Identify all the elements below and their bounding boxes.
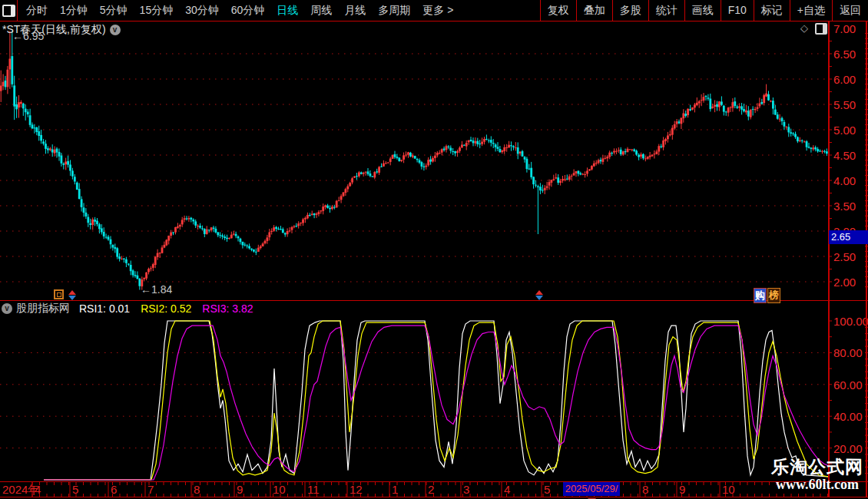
tools-menu-item[interactable]: 复权 — [540, 0, 576, 21]
period-menu-item[interactable]: 日线 — [270, 0, 304, 21]
rsi-indicator-chart[interactable] — [0, 301, 828, 481]
chevron-down-icon[interactable]: v — [110, 25, 121, 35]
period-menu-item[interactable]: 多周期 — [372, 0, 416, 21]
price-axis-label: 4.00 — [833, 174, 856, 187]
indicator-header: v 股朋指标网 RSI1: 0.01RSI2: 0.52RSI3: 3.82 — [2, 302, 263, 316]
rsi-axis-label: 20.00 — [833, 441, 863, 454]
price-axis-label: 2.50 — [833, 250, 856, 263]
axis-outer-border — [866, 21, 867, 497]
low-price-annotation: ←1.84 — [141, 283, 172, 296]
split-pane-icon[interactable] — [815, 23, 827, 35]
period-menu-item[interactable]: 月线 — [338, 0, 372, 21]
price-axis: 7.006.506.005.505.004.504.003.503.002.50… — [828, 21, 868, 481]
rsi-axis-label: 100.00 — [833, 315, 868, 328]
rank-list-badge[interactable]: 购 榜 — [754, 288, 780, 303]
month-label: 1 — [392, 483, 398, 496]
tools-menu-item[interactable]: 返回 — [832, 0, 868, 21]
indicator-name: 股朋指标网 — [16, 302, 70, 316]
split-pane-icon — [2, 5, 15, 17]
period-menu-item[interactable]: 1分钟 — [54, 0, 94, 21]
rank-badge-char2: 榜 — [767, 288, 780, 303]
indicator-value: RSI3: 3.82 — [202, 302, 253, 315]
price-axis-label: 5.00 — [833, 124, 856, 137]
tools-menu-item[interactable]: +自选 — [790, 0, 832, 21]
month-label: 5 — [72, 483, 78, 496]
chart-corner-icons: ◇ — [800, 22, 827, 35]
price-axis-label: 6.50 — [833, 48, 856, 61]
diamond-icon[interactable]: ◇ — [800, 22, 808, 35]
period-menu-item[interactable]: 周线 — [304, 0, 338, 21]
rsi-axis-label: 60.00 — [833, 378, 863, 391]
period-menu-item[interactable]: 分时 — [20, 0, 54, 21]
period-menu-item[interactable]: 60分钟 — [225, 0, 271, 21]
watermark-url: www.60lt.com — [767, 477, 868, 492]
tools-menu-item[interactable]: 标记 — [754, 0, 790, 21]
trading-app-window: 分时1分钟5分钟15分钟30分钟60分钟日线周线月线多周期更多 > 复权叠加多股… — [0, 0, 868, 499]
candlestick-chart[interactable] — [0, 21, 828, 300]
watermark: 乐淘公式网 www.60lt.com — [767, 457, 868, 492]
nested-square-icon[interactable] — [54, 289, 64, 299]
tools-menu-item[interactable]: F10 — [721, 0, 754, 21]
watermark-site-name: 乐淘公式网 — [767, 457, 868, 477]
price-axis-label: 5.50 — [833, 98, 856, 111]
price-axis-label: 7.00 — [833, 22, 856, 35]
indicator-values: RSI1: 0.01RSI2: 0.52RSI3: 3.82 — [79, 302, 263, 315]
month-label: 3 — [463, 483, 469, 496]
indicator-value: RSI2: 0.52 — [141, 302, 191, 315]
time-axis-bottom-border — [0, 497, 868, 497]
tools-menu: 复权叠加多股统计画线F10标记+自选返回 — [540, 0, 868, 21]
month-label: 9 — [679, 483, 685, 496]
rsi-axis-label: 80.00 — [833, 346, 863, 359]
period-menu-item[interactable]: 15分钟 — [134, 0, 180, 21]
rsi-axis-label: 40.00 — [833, 410, 863, 423]
chevron-down-icon[interactable]: v — [2, 303, 12, 314]
price-axis-label: 6.00 — [833, 73, 856, 86]
selected-date-badge: 2025/05/29/四 — [563, 482, 620, 496]
indicator-value: RSI1: 0.01 — [79, 302, 130, 315]
month-label: 7 — [147, 483, 154, 496]
period-menu-item[interactable]: 5分钟 — [94, 0, 134, 21]
last-price-badge: 2.65 — [829, 230, 868, 244]
period-toolbar: 分时1分钟5分钟15分钟30分钟60分钟日线周线月线多周期更多 > 复权叠加多股… — [0, 0, 868, 21]
high-price-annotation: ←6.95 — [12, 30, 44, 42]
month-label: 4 — [504, 483, 510, 496]
month-label: 8 — [194, 483, 200, 496]
month-label: 9 — [237, 483, 243, 496]
time-axis[interactable]: 2024年 456789101112123458910 2025/05/29/四 — [0, 481, 868, 497]
rank-badge-char1: 购 — [754, 288, 767, 303]
price-axis-label: 4.50 — [833, 149, 856, 162]
month-label: 12 — [350, 483, 363, 496]
period-menu-item[interactable]: 30分钟 — [179, 0, 225, 21]
period-menu: 分时1分钟5分钟15分钟30分钟60分钟日线周线月线多周期更多 > — [20, 0, 459, 21]
tools-menu-item[interactable]: 统计 — [648, 0, 684, 21]
period-menu-item[interactable]: 更多 > — [416, 0, 459, 21]
tools-menu-item[interactable]: 多股 — [612, 0, 648, 21]
month-label: 5 — [544, 483, 550, 496]
month-label: 6 — [111, 483, 117, 496]
price-axis-label: 2.00 — [833, 276, 856, 289]
layout-toggle-button[interactable] — [0, 0, 18, 21]
month-label: 4 — [35, 483, 41, 496]
month-label: 10 — [273, 483, 286, 496]
month-label: 11 — [307, 483, 320, 496]
month-label: 8 — [642, 483, 648, 496]
tools-menu-item[interactable]: 叠加 — [576, 0, 612, 21]
price-axis-label: 3.50 — [833, 200, 856, 213]
month-label: 10 — [722, 483, 735, 496]
panel-collapse-arrows-icon[interactable] — [535, 290, 543, 299]
month-label: 2 — [428, 483, 434, 496]
tools-menu-item[interactable]: 画线 — [684, 0, 721, 21]
axis-inner-border — [828, 21, 830, 497]
panel-collapse-arrows-icon[interactable] — [68, 290, 76, 299]
